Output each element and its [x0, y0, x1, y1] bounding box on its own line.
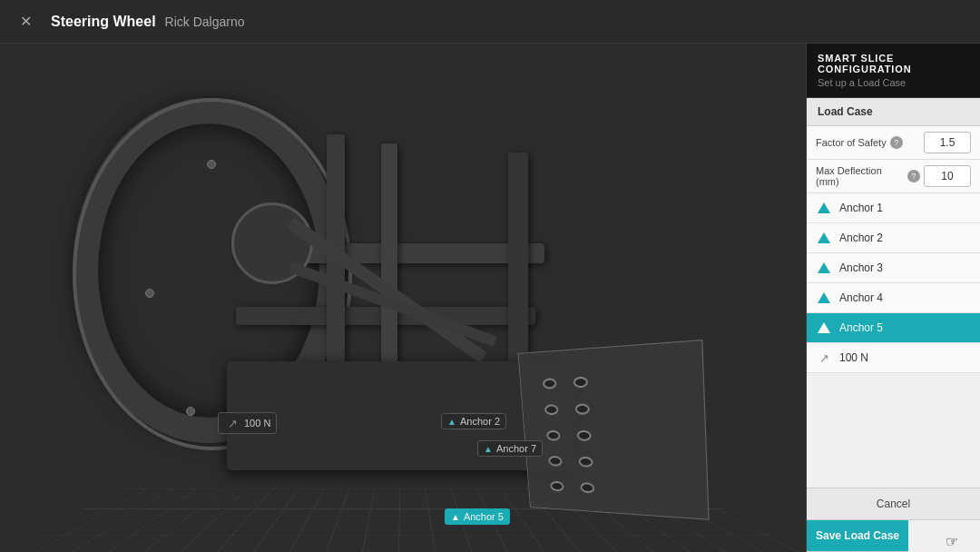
- topbar: ✕ Steering Wheel Rick Dalgarno: [0, 0, 980, 44]
- list-item-anchor1[interactable]: Anchor 1: [807, 193, 980, 223]
- list-item-force1[interactable]: ↗ 100 N: [807, 343, 980, 373]
- anchor1-icon: [816, 200, 832, 216]
- anchor1-label: Anchor 1: [839, 202, 883, 214]
- force-arrow-icon: ↗: [224, 415, 240, 431]
- bolt-1: [207, 160, 216, 169]
- panel-subtitle: Set up a Load Case: [818, 77, 969, 88]
- anchor3-icon: [816, 260, 832, 276]
- load-case-section-header: Load Case: [807, 98, 980, 126]
- title-area: Steering Wheel Rick Dalgarno: [51, 14, 245, 30]
- anchor3-label: Anchor 3: [839, 261, 883, 274]
- hole-10: [580, 482, 594, 493]
- cancel-button[interactable]: Cancel: [807, 488, 980, 520]
- factor-of-safety-label-text: Factor of Safety: [816, 137, 887, 148]
- factor-help-icon[interactable]: ?: [890, 136, 903, 149]
- hole-5: [546, 430, 561, 440]
- panel-buttons: Cancel Save Load Case ☞: [807, 488, 980, 552]
- panel-content: Load Case Factor of Safety ? Max Deflect…: [807, 98, 980, 488]
- cursor-indicator: ☞: [946, 533, 958, 550]
- hole-4: [575, 404, 590, 415]
- viewport-force-label: ↗ 100 N: [218, 412, 277, 434]
- angled-plate: [518, 340, 710, 520]
- 3d-viewport[interactable]: ↗ 100 N ▲ Anchor 2 ▲ Anchor 7 ▲ Anchor 5: [0, 44, 806, 552]
- anchor4-label: Anchor 4: [839, 291, 883, 304]
- side-panel: SMART SLICE CONFIGURATION Set up a Load …: [806, 44, 980, 552]
- force1-icon: ↗: [816, 350, 832, 366]
- hole-8: [578, 457, 593, 468]
- anchor4-icon: [816, 290, 832, 306]
- max-deflection-input[interactable]: [924, 165, 971, 187]
- anchor3-triangle: [818, 262, 830, 273]
- max-deflection-row: Max Deflection (mm) ?: [807, 160, 980, 193]
- list-item-anchor3[interactable]: Anchor 3: [807, 253, 980, 283]
- panel-header: SMART SLICE CONFIGURATION Set up a Load …: [807, 44, 980, 98]
- viewport-anchor2-icon: ▲: [447, 417, 456, 427]
- max-deflection-label: Max Deflection (mm) ?: [816, 165, 920, 187]
- close-icon: ✕: [20, 13, 32, 30]
- deflection-help-icon[interactable]: ?: [907, 170, 920, 182]
- anchor5-label: Anchor 5: [839, 321, 883, 334]
- hole-7: [548, 456, 563, 467]
- list-item-anchor4[interactable]: Anchor 4: [807, 283, 980, 313]
- app-title: Steering Wheel: [51, 14, 156, 30]
- model-container: [54, 62, 744, 543]
- anchor2-icon: [816, 230, 832, 246]
- viewport-force-text: 100 N: [244, 418, 270, 429]
- hole-6: [577, 430, 592, 441]
- viewport-anchor5-icon: ▲: [451, 512, 460, 522]
- hole-9: [550, 481, 564, 492]
- save-load-case-button[interactable]: Save Load Case: [807, 520, 908, 552]
- hole-2: [573, 377, 589, 389]
- viewport-anchor7-icon: ▲: [484, 444, 493, 454]
- bolt-3: [186, 407, 195, 416]
- close-button[interactable]: ✕: [15, 11, 36, 33]
- viewport-anchor2-text: Anchor 2: [460, 416, 500, 427]
- force1-label: 100 N: [839, 351, 868, 364]
- factor-of-safety-input[interactable]: [924, 132, 971, 153]
- panel-config-title: SMART SLICE CONFIGURATION: [818, 53, 969, 74]
- viewport-anchor7-label: ▲ Anchor 7: [477, 440, 543, 457]
- anchor4-triangle: [818, 292, 830, 303]
- anchor2-triangle: [818, 232, 830, 243]
- bolt-2: [145, 289, 154, 298]
- list-item-anchor5[interactable]: Anchor 5: [807, 313, 980, 343]
- factor-of-safety-row: Factor of Safety ?: [807, 126, 980, 160]
- anchor1-triangle: [818, 202, 830, 213]
- anchor5-triangle: [818, 322, 830, 333]
- viewport-anchor5-label: ▲ Anchor 5: [445, 508, 510, 525]
- anchor5-icon: [816, 320, 832, 336]
- viewport-anchor5-text: Anchor 5: [464, 511, 504, 522]
- hole-1: [543, 378, 557, 389]
- viewport-anchor7-text: Anchor 7: [496, 443, 536, 454]
- hole-3: [544, 404, 559, 415]
- max-deflection-label-text: Max Deflection (mm): [816, 165, 904, 187]
- anchor2-label: Anchor 2: [839, 232, 883, 244]
- main-area: ↗ 100 N ▲ Anchor 2 ▲ Anchor 7 ▲ Anchor 5…: [0, 44, 980, 552]
- list-item-anchor2[interactable]: Anchor 2: [807, 223, 980, 253]
- user-name: Rick Dalgarno: [165, 15, 245, 29]
- viewport-anchor2-label: ▲ Anchor 2: [441, 413, 506, 429]
- factor-of-safety-label: Factor of Safety ?: [816, 136, 920, 149]
